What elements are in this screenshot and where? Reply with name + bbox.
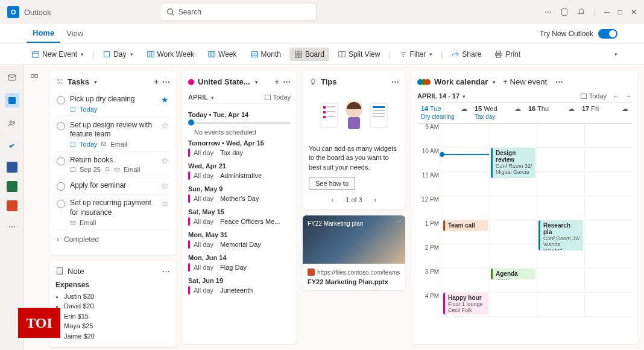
excel-app-icon[interactable] (7, 181, 17, 192)
star-icon[interactable]: ★ (161, 95, 169, 104)
collapse-widget-icon[interactable] (30, 74, 39, 82)
pager-prev-icon[interactable]: ‹ (332, 196, 334, 203)
tasks-card: Tasks▾ + ⋯ Pick up dry cleaningToday★Set… (49, 71, 176, 255)
holiday-event[interactable]: All dayTax day (188, 147, 291, 159)
todo-app-icon[interactable] (5, 139, 19, 153)
holiday-event[interactable]: All dayFlag Day (188, 261, 291, 273)
holiday-event[interactable]: All dayJuneteenth (188, 284, 291, 296)
pager-label: 1 of 3 (346, 196, 362, 203)
task-item[interactable]: Return booksSep 25Email☆ (55, 152, 170, 178)
svg-rect-18 (295, 54, 298, 57)
bell-icon[interactable] (577, 8, 586, 16)
holiday-event[interactable]: All dayPeace Officers Me... (188, 215, 291, 228)
file-card[interactable]: FY22 Marketing plan ⋯ https://files.cont… (303, 215, 405, 290)
close-button[interactable]: ✕ (631, 8, 637, 16)
today-button[interactable]: Today (264, 94, 291, 101)
view-day-button[interactable]: Day▾ (98, 48, 137, 61)
task-checkbox[interactable] (57, 157, 65, 165)
task-item[interactable]: Set up recurring payment for insuranceEm… (55, 195, 170, 230)
share-button[interactable]: Share (446, 48, 486, 61)
search-input[interactable]: Search (160, 4, 317, 21)
tasks-icon (55, 78, 64, 86)
holiday-event[interactable]: All dayAdministrative (188, 170, 291, 182)
next-day-icon[interactable]: → (625, 92, 632, 100)
day-column-fri[interactable] (584, 124, 632, 317)
task-item[interactable]: Pick up dry cleaningToday★ (55, 91, 170, 117)
minimize-button[interactable]: ─ (604, 8, 610, 16)
day-header[interactable]: 16 Thu ☁ (525, 103, 578, 123)
day-header[interactable]: 15 Wed ☁Tax day (471, 103, 525, 123)
holiday-event[interactable]: All dayMemorial Day (188, 238, 291, 250)
svg-rect-13 (251, 51, 257, 57)
maximize-button[interactable]: □ (618, 8, 622, 16)
workcal-more-icon[interactable]: ⋯ (555, 77, 563, 86)
print-button[interactable]: Print (490, 48, 525, 61)
filter-button[interactable]: Filter▾ (394, 48, 438, 61)
prev-day-icon[interactable]: ← (613, 92, 619, 100)
svg-rect-50 (323, 116, 326, 118)
view-month-button[interactable]: Month (245, 48, 286, 61)
people-app-icon[interactable] (5, 116, 19, 130)
pager-next-icon[interactable]: › (374, 196, 377, 203)
view-work-week-button[interactable]: Work Week (142, 48, 200, 61)
powerpoint-app-icon[interactable] (7, 200, 17, 211)
try-new-toggle[interactable] (598, 29, 617, 39)
tasks-more-icon[interactable]: ⋯ (162, 77, 170, 86)
powerpoint-file-icon (308, 269, 315, 276)
svg-rect-56 (373, 110, 385, 111)
event-agenda-view[interactable]: Agenda view (491, 269, 535, 279)
day-header[interactable]: 17 Fri ☁ (578, 103, 632, 123)
task-item[interactable]: Set up design review with feature teamTo… (55, 117, 170, 152)
ribbon: New Event▾ | Day▾ Work Week Week Month B… (0, 43, 644, 65)
app-name: Outlook (24, 8, 51, 17)
month-label[interactable]: APRIL (188, 94, 208, 101)
word-app-icon[interactable] (7, 162, 17, 173)
ribbon-expand-icon[interactable]: ▾ (614, 51, 617, 57)
note-more-icon[interactable]: ⋯ (162, 267, 170, 276)
star-icon[interactable]: ☆ (161, 121, 169, 130)
svg-point-0 (168, 9, 173, 14)
event-happy-hour[interactable]: Happy hourFloor 1 loungeCecil Folk (443, 293, 488, 314)
view-week-button[interactable]: Week (203, 48, 241, 61)
new-event-button[interactable]: New Event▾ (27, 48, 89, 61)
add-task-icon[interactable]: + (154, 77, 159, 86)
day-column-thu[interactable]: Research plaConf Room 32/Wanda Howard (537, 124, 584, 317)
notes-icon[interactable] (560, 8, 569, 16)
tab-home[interactable]: Home (27, 24, 60, 43)
day-header[interactable]: 14 Tue ☁Dry cleaning (417, 103, 471, 123)
date-range[interactable]: APRIL 14 - 17 (417, 92, 459, 100)
svg-rect-48 (323, 111, 326, 113)
star-icon[interactable]: ☆ (161, 156, 169, 165)
task-checkbox[interactable] (57, 96, 65, 104)
star-icon[interactable]: ☆ (161, 199, 169, 208)
event-research[interactable]: Research plaConf Room 32/Wanda Howard (538, 220, 583, 250)
day-column-wed[interactable]: Design reviewConf Room 32/Miguel Garcia … (489, 124, 537, 317)
mail-app-icon[interactable] (5, 70, 19, 84)
task-checkbox[interactable] (57, 200, 65, 208)
toi-watermark: TOI (18, 308, 60, 338)
task-checkbox[interactable] (57, 122, 65, 130)
day-column-tue[interactable]: Team call Happy hourFloor 1 loungeCecil … (441, 124, 489, 317)
file-more-icon[interactable]: ⋯ (396, 218, 402, 224)
event-design-review[interactable]: Design reviewConf Room 32/Miguel Garcia (491, 148, 535, 178)
tips-more-icon[interactable]: ⋯ (391, 77, 399, 86)
more-apps-icon[interactable]: ⋯ (5, 220, 19, 234)
new-event-link[interactable]: + New event (503, 77, 547, 86)
star-icon[interactable]: ☆ (161, 181, 169, 191)
view-board-button[interactable]: Board (289, 48, 329, 61)
svg-rect-51 (327, 116, 335, 117)
holiday-event[interactable]: All dayMother's Day (188, 192, 291, 205)
tips-illustration (309, 91, 399, 139)
event-team-call[interactable]: Team call (443, 220, 488, 231)
more-icon[interactable]: ⋯ (545, 8, 552, 16)
tab-view[interactable]: View (60, 24, 89, 43)
completed-row[interactable]: › Completed (55, 231, 170, 249)
see-how-to-button[interactable]: See how to (309, 177, 355, 190)
holiday-more-icon[interactable]: ⋯ (283, 77, 291, 86)
split-view-button[interactable]: Split View (333, 48, 385, 61)
add-event-icon[interactable]: + (274, 77, 279, 86)
calendar-app-icon[interactable] (5, 93, 19, 107)
task-item[interactable]: Apply for seminar☆ (55, 177, 170, 195)
task-checkbox[interactable] (57, 182, 65, 191)
today-button-2[interactable]: Today (580, 92, 607, 100)
